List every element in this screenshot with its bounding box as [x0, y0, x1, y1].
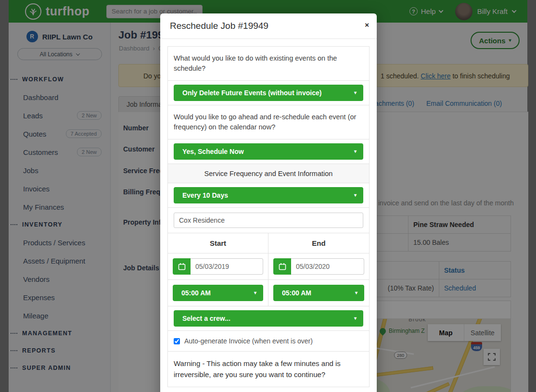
- modal-form: What would you like to do with existing …: [167, 46, 370, 387]
- modal-body: What would you like to do with existing …: [160, 39, 377, 392]
- app-canvas: turfhop ? Help Billy Kraft R RIIPL Lawn …: [0, 0, 536, 392]
- existing-events-dropdown[interactable]: Only Delete Future Events (without invoi…: [174, 85, 363, 101]
- service-frequency-section-header: Service Frequency and Event Information: [168, 164, 369, 183]
- modal-title: Reschedule Job #19949: [170, 21, 268, 31]
- schedule-now-dropdown[interactable]: Yes, Schedule Now ▾: [174, 143, 363, 160]
- reschedule-now-question: Would you like to go ahead and re-schedu…: [168, 105, 369, 139]
- dropdown-value: Yes, Schedule Now: [182, 148, 244, 155]
- end-time-dropdown[interactable]: 05:00 AM ▾: [273, 285, 364, 301]
- caret-down-icon: ▾: [354, 193, 357, 198]
- modal-header: Reschedule Job #19949 ×: [160, 13, 377, 39]
- caret-down-icon: ▾: [354, 316, 357, 321]
- dropdown-value: 05:00 AM: [282, 289, 311, 297]
- caret-down-icon: ▾: [354, 149, 357, 154]
- end-date-calendar-button[interactable]: [273, 258, 291, 275]
- calendar-icon: [178, 263, 186, 270]
- warning-text: Warning - This action may take a few min…: [168, 352, 369, 387]
- dropdown-value: 05:00 AM: [181, 289, 211, 297]
- start-date-calendar-button[interactable]: [173, 258, 191, 275]
- existing-events-question: What would you like to do with existing …: [168, 47, 369, 81]
- auto-generate-invoice-checkbox[interactable]: [174, 338, 180, 344]
- calendar-icon: [279, 263, 286, 270]
- caret-down-icon: ▾: [354, 90, 357, 95]
- auto-generate-invoice-label: Auto-generate Invoice (when event is ove…: [184, 337, 313, 345]
- dropdown-value: Only Delete Future Events (without invoi…: [182, 89, 321, 97]
- dropdown-value: Select a crew...: [182, 315, 230, 322]
- crew-dropdown[interactable]: Select a crew... ▾: [174, 310, 363, 327]
- caret-down-icon: ▾: [355, 291, 357, 295]
- start-date-input[interactable]: [191, 258, 263, 275]
- end-date-input[interactable]: [291, 258, 364, 275]
- end-column-header: End: [268, 233, 369, 253]
- reschedule-job-modal: Reschedule Job #19949 × What would you l…: [160, 13, 377, 392]
- close-icon[interactable]: ×: [365, 21, 369, 28]
- start-time-dropdown[interactable]: 05:00 AM ▾: [173, 285, 263, 301]
- dropdown-value: Every 10 Days: [182, 191, 228, 199]
- start-column-header: Start: [168, 233, 268, 253]
- job-name-input[interactable]: [174, 213, 363, 228]
- frequency-dropdown[interactable]: Every 10 Days ▾: [174, 187, 363, 203]
- caret-down-icon: ▾: [254, 291, 256, 295]
